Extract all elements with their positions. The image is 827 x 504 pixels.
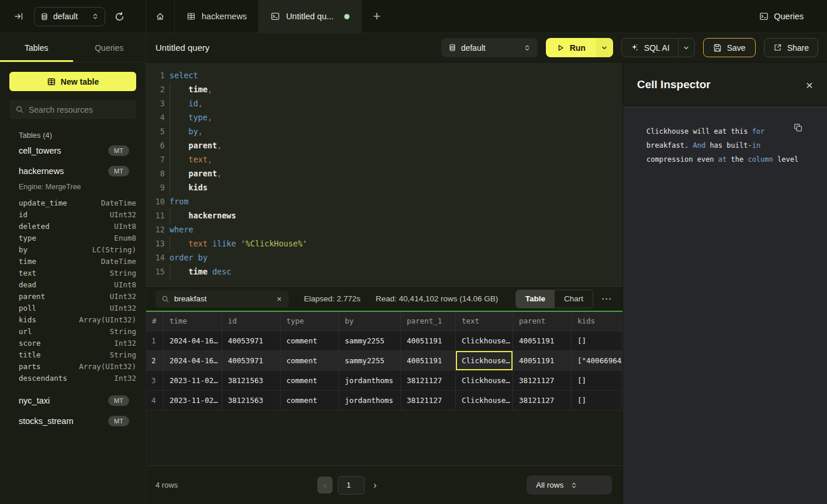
- cell[interactable]: comment: [281, 351, 339, 370]
- cell[interactable]: 38121127: [513, 371, 572, 390]
- cell[interactable]: 40053971: [222, 331, 281, 350]
- database-selector[interactable]: default: [34, 7, 105, 26]
- table-row[interactable]: 32023-11-02…38121563commentjordanthoms38…: [146, 371, 622, 391]
- sql-editor[interactable]: 1select2 time,3 id,4 type,5 by,6 parent,…: [146, 62, 622, 286]
- cell[interactable]: Clickhouse…: [456, 371, 513, 390]
- cell[interactable]: comment: [281, 371, 339, 390]
- cell[interactable]: 38121127: [401, 391, 456, 410]
- database-icon: [40, 12, 49, 21]
- table-row[interactable]: 22024-04-16…40053971commentsammy22554005…: [146, 351, 622, 371]
- column-name: type: [19, 234, 36, 242]
- page-size-selector[interactable]: All rows: [527, 475, 612, 495]
- cell[interactable]: 2024-04-16…: [164, 331, 222, 350]
- refresh-icon[interactable]: [115, 12, 124, 22]
- sidebar-table-hackernews[interactable]: hackernewsMT: [9, 161, 136, 180]
- clear-search-icon[interactable]: ×: [275, 294, 283, 304]
- cell[interactable]: Clickhouse…: [456, 331, 513, 350]
- sidebar-table-stocks_stream[interactable]: stocks_streamMT: [9, 411, 136, 430]
- tab-untitled-query[interactable]: Untitled qu...: [259, 0, 361, 33]
- sidebar-table-nyc_taxi[interactable]: nyc_taxiMT: [9, 391, 136, 410]
- cell[interactable]: comment: [281, 331, 339, 350]
- sidebar-tab-queries[interactable]: Queries: [73, 33, 146, 62]
- cell[interactable]: 38121127: [513, 391, 572, 410]
- cell[interactable]: comment: [281, 391, 339, 410]
- query-toolbar: Untitled query default: [146, 33, 827, 62]
- table-row[interactable]: 42023-11-02…38121563commentjordanthoms38…: [146, 391, 622, 411]
- new-table-button[interactable]: New table: [9, 72, 136, 91]
- cell[interactable]: 40051191: [513, 331, 572, 350]
- cell[interactable]: []: [572, 371, 622, 390]
- indent-guide: [169, 237, 170, 251]
- sidebar-search[interactable]: [9, 100, 136, 119]
- column-header[interactable]: kids: [572, 312, 622, 331]
- cell[interactable]: jordanthoms: [339, 371, 401, 390]
- row-number-cell[interactable]: 3: [146, 371, 164, 390]
- line-number: 7: [146, 152, 165, 166]
- column-header[interactable]: #: [146, 312, 164, 331]
- view-chart-tab[interactable]: Chart: [555, 290, 593, 308]
- cell[interactable]: sammy2255: [339, 331, 401, 350]
- collapse-sidebar-icon[interactable]: [14, 12, 23, 21]
- copy-icon[interactable]: [793, 123, 803, 133]
- view-table-tab[interactable]: Table: [516, 290, 555, 308]
- column-row: kidsArray(UInt32): [9, 314, 136, 325]
- results-footer: 4 rows ‹ › All rows: [146, 465, 622, 504]
- run-button[interactable]: Run: [546, 38, 596, 57]
- page-input[interactable]: [338, 476, 365, 495]
- run-options-button[interactable]: [596, 38, 613, 57]
- results-search[interactable]: ×: [155, 290, 289, 308]
- row-number-cell[interactable]: 4: [146, 391, 164, 410]
- row-number-cell[interactable]: 1: [146, 331, 164, 350]
- share-button[interactable]: Share: [764, 38, 818, 57]
- cell[interactable]: Clickhouse…: [456, 351, 513, 370]
- results-search-input[interactable]: [174, 294, 271, 303]
- cell[interactable]: 2024-04-16…: [164, 351, 222, 370]
- query-database-selector[interactable]: default: [441, 38, 538, 57]
- column-header[interactable]: id: [222, 312, 281, 331]
- more-options-icon[interactable]: ⋯: [601, 293, 612, 305]
- column-header[interactable]: type: [281, 312, 339, 331]
- cell[interactable]: Clickhouse…: [456, 391, 513, 410]
- cell[interactable]: 2023-11-02…: [164, 371, 222, 390]
- cell[interactable]: 38121563: [222, 391, 281, 410]
- cell[interactable]: 38121563: [222, 371, 281, 390]
- cell[interactable]: 40053971: [222, 351, 281, 370]
- column-type: Array(UInt32): [79, 315, 136, 324]
- cell[interactable]: []: [572, 331, 622, 350]
- save-button[interactable]: Save: [703, 38, 756, 57]
- cell[interactable]: ["40066964…: [572, 351, 622, 370]
- sql-ai-options-button[interactable]: [678, 39, 694, 57]
- cell[interactable]: 40051191: [401, 351, 456, 370]
- cell[interactable]: sammy2255: [339, 351, 401, 370]
- close-inspector-icon[interactable]: ×: [806, 79, 813, 91]
- sidebar-table-cell_towers[interactable]: cell_towersMT: [9, 141, 136, 160]
- editor-line: 14order by: [146, 251, 622, 265]
- cell[interactable]: 38121127: [401, 371, 456, 390]
- row-number-cell[interactable]: 2: [146, 351, 164, 370]
- column-type: Enum8: [114, 234, 136, 242]
- query-actions: default Run: [441, 38, 818, 57]
- tab-hackernews[interactable]: hackernews: [175, 0, 259, 33]
- column-name: parent: [19, 292, 45, 301]
- cell[interactable]: 40051191: [401, 331, 456, 350]
- line-number: 12: [146, 223, 165, 237]
- editor-line: 13 text ilike '%ClickHouse%': [146, 237, 622, 251]
- new-tab-button[interactable]: +: [362, 0, 392, 33]
- cell[interactable]: 40051191: [513, 351, 572, 370]
- table-row[interactable]: 12024-04-16…40053971commentsammy22554005…: [146, 331, 622, 351]
- column-header[interactable]: by: [339, 312, 401, 331]
- column-header[interactable]: time: [164, 312, 222, 331]
- sql-ai-button[interactable]: SQL AI: [622, 39, 678, 57]
- prev-page-button[interactable]: ‹: [317, 477, 333, 493]
- column-header[interactable]: text: [456, 312, 513, 331]
- next-page-button[interactable]: ›: [370, 480, 380, 491]
- sidebar-tab-tables[interactable]: Tables: [0, 33, 73, 62]
- cell[interactable]: []: [572, 391, 622, 410]
- queries-button[interactable]: Queries: [759, 12, 804, 21]
- cell[interactable]: 2023-11-02…: [164, 391, 222, 410]
- search-resources-input[interactable]: [29, 105, 134, 114]
- column-header[interactable]: parent: [513, 312, 572, 331]
- tab-home[interactable]: [146, 0, 175, 33]
- column-header[interactable]: parent_1: [401, 312, 456, 331]
- cell[interactable]: jordanthoms: [339, 391, 401, 410]
